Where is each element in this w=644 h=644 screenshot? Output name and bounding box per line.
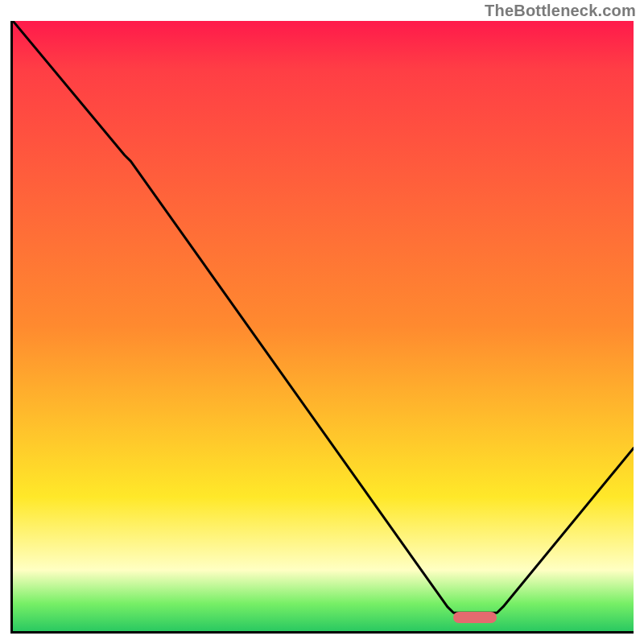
- attribution-text: TheBottleneck.com: [485, 2, 636, 20]
- plot-area: [10, 21, 634, 634]
- chart-container: TheBottleneck.com: [0, 0, 644, 644]
- bottleneck-curve: [13, 21, 634, 631]
- optimal-marker: [453, 612, 497, 623]
